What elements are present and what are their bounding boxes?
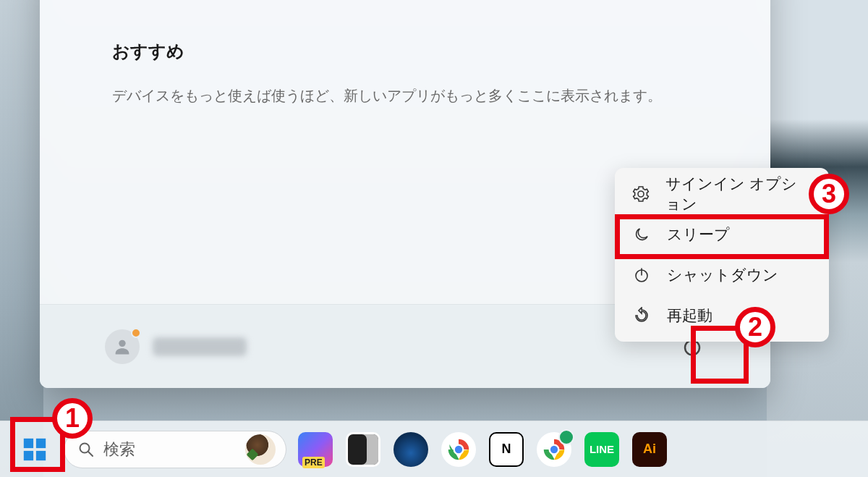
menu-item-label: スリープ	[667, 224, 730, 245]
svg-point-0	[119, 339, 125, 346]
menu-item-shutdown[interactable]: シャットダウン	[615, 255, 829, 295]
taskbar-search[interactable]: 検索	[64, 431, 286, 468]
notion-icon: N	[489, 432, 524, 467]
moon-icon	[632, 225, 651, 244]
recommended-section: おすすめ デバイスをもっと使えば使うほど、新しいアプリがもっと多くここに表示され…	[112, 40, 698, 106]
svg-rect-6	[36, 438, 46, 447]
menu-item-sleep[interactable]: スリープ	[615, 214, 829, 255]
avatar	[105, 329, 140, 364]
chrome-icon	[441, 432, 476, 467]
power-menu: サインイン オプション スリープ シャットダウン 再起動	[615, 168, 829, 342]
power-icon	[632, 266, 651, 284]
svg-line-10	[88, 452, 93, 456]
menu-item-label: サインイン オプション	[665, 174, 812, 214]
taskbar-app-chrome-profile[interactable]	[535, 431, 573, 468]
chrome-profile-icon	[537, 432, 571, 467]
taskbar-app-chrome[interactable]	[440, 431, 477, 468]
search-highlight-icon	[245, 434, 276, 465]
copilot-icon	[298, 432, 333, 467]
person-icon	[112, 337, 132, 357]
restart-icon	[632, 306, 651, 325]
line-icon: LINE	[584, 432, 619, 467]
svg-rect-5	[24, 438, 33, 447]
taskbar-app-notion[interactable]: N	[488, 431, 525, 468]
taskbar-app-thunderbird[interactable]	[392, 431, 430, 468]
menu-item-label: 再起動	[667, 305, 712, 326]
taskbar-app-illustrator[interactable]: Ai	[631, 431, 668, 468]
illustrator-icon: Ai	[632, 432, 667, 467]
windows-icon	[21, 436, 48, 463]
thunderbird-icon	[393, 432, 428, 467]
menu-item-label: シャットダウン	[667, 265, 778, 285]
recommended-body: デバイスをもっと使えば使うほど、新しいアプリがもっと多くここに表示されます。	[112, 85, 698, 106]
menu-item-signin-options[interactable]: サインイン オプション	[615, 174, 829, 214]
search-icon	[77, 441, 95, 458]
taskbar-task-view[interactable]	[344, 431, 382, 468]
recommended-title: おすすめ	[112, 40, 698, 63]
taskbar-app-copilot[interactable]	[297, 431, 334, 468]
user-display-name-blurred	[153, 337, 247, 356]
menu-item-restart[interactable]: 再起動	[615, 295, 829, 336]
start-button[interactable]	[16, 431, 54, 468]
svg-rect-8	[36, 450, 46, 460]
avatar-status-dot	[131, 328, 141, 338]
taskbar: 検索 N LINE Ai	[0, 421, 868, 477]
gear-icon	[632, 185, 650, 203]
search-placeholder: 検索	[103, 439, 237, 460]
taskbar-app-line[interactable]: LINE	[583, 431, 621, 468]
user-account-button[interactable]	[105, 329, 247, 364]
task-view-icon	[346, 432, 380, 467]
wallpaper-left	[0, 0, 43, 477]
svg-rect-7	[24, 450, 33, 460]
